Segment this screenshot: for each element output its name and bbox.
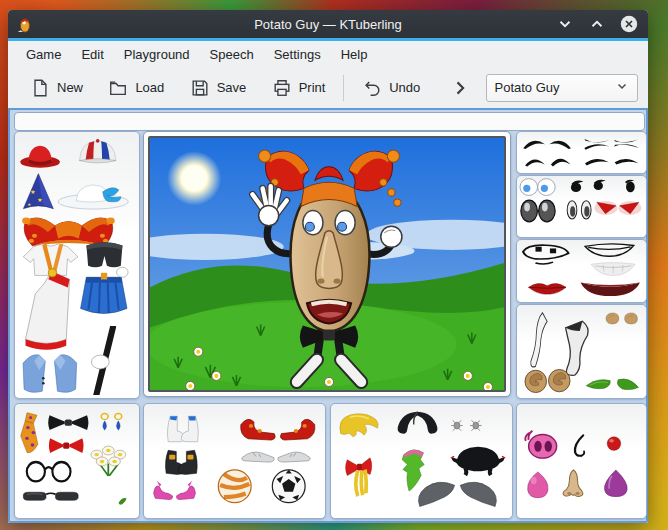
app-icon xyxy=(16,15,34,33)
sticker-mustache-gray[interactable] xyxy=(414,477,501,512)
sticker-mouth-widegrin[interactable] xyxy=(583,241,636,259)
sticker-nose-pink-egg[interactable] xyxy=(523,470,553,500)
sticker-wig-blonde[interactable] xyxy=(336,411,383,438)
menubar: GameEditPlaygroundSpeechSettingsHelp xyxy=(8,41,648,67)
maximize-icon[interactable] xyxy=(588,15,606,33)
white-fist-right[interactable] xyxy=(381,226,402,247)
new-button[interactable]: New xyxy=(22,72,91,104)
sticker-sun-hat[interactable] xyxy=(56,177,130,212)
sticker-mouth-teeth[interactable] xyxy=(588,261,638,277)
sticker-eyes-red-triangle[interactable] xyxy=(594,197,642,217)
ears-noses-box xyxy=(516,304,647,399)
sticker-tie-orange[interactable] xyxy=(17,411,44,457)
sticker-brows-crossed[interactable] xyxy=(582,135,641,151)
sticker-brows-round[interactable] xyxy=(522,153,574,169)
print-button[interactable]: Print xyxy=(264,72,334,104)
undo-button[interactable]: Undo xyxy=(354,72,428,104)
toolbar-overflow-icon xyxy=(450,78,470,98)
print-label: Print xyxy=(299,80,326,95)
undo-icon xyxy=(362,78,382,98)
sticker-brows-wavy[interactable] xyxy=(582,154,641,168)
sticker-braids-black[interactable] xyxy=(450,443,506,476)
sticker-brows-arched[interactable] xyxy=(520,135,574,151)
sticker-nose-red-ball[interactable] xyxy=(603,435,625,452)
sticker-glasses-round[interactable] xyxy=(22,458,75,483)
save-button[interactable]: Save xyxy=(182,72,255,104)
menu-help[interactable]: Help xyxy=(331,44,378,65)
hats-clothes-box: ★★★ xyxy=(14,131,140,399)
sticker-boots-black[interactable] xyxy=(155,447,206,477)
playground-selector[interactable]: Potato Guy xyxy=(486,74,638,102)
sticker-blue-skirt[interactable] xyxy=(79,265,129,324)
sticker-nose-white-1[interactable] xyxy=(527,309,550,371)
undo-label: Undo xyxy=(389,80,420,95)
menu-playground[interactable]: Playground xyxy=(114,44,200,65)
sticker-eyes-comma[interactable] xyxy=(563,178,609,195)
svg-text:★: ★ xyxy=(37,197,42,203)
titlebar[interactable]: Potato Guy — KTuberling xyxy=(8,10,648,38)
sticker-sprig-green[interactable] xyxy=(117,493,128,507)
sticker-wizard-hat[interactable]: ★★★ xyxy=(21,172,56,212)
hair-box xyxy=(330,403,513,519)
menu-game[interactable]: Game xyxy=(16,44,71,65)
sticker-sneakers-gray[interactable] xyxy=(238,445,314,466)
playground-selector-value: Potato Guy xyxy=(495,80,560,95)
new-label: New xyxy=(57,80,83,95)
close-icon[interactable] xyxy=(620,15,638,33)
sticker-nose-purple[interactable] xyxy=(601,468,631,498)
sticker-boots-white[interactable] xyxy=(155,413,206,445)
sticker-ears-green[interactable] xyxy=(584,373,641,392)
sticker-wig-black[interactable] xyxy=(394,409,441,436)
svg-text:★: ★ xyxy=(30,189,35,195)
sticker-shoes-jester[interactable] xyxy=(238,413,318,443)
sticker-flower-bouquet[interactable] xyxy=(86,443,131,477)
menu-settings[interactable]: Settings xyxy=(264,44,331,65)
sticker-spiders[interactable] xyxy=(449,417,485,434)
minimize-icon[interactable] xyxy=(556,15,574,33)
game-area: ★★★ xyxy=(8,108,648,523)
sticker-ball-beach[interactable] xyxy=(213,468,256,504)
sticker-eyes-oval-dark[interactable] xyxy=(518,197,559,223)
save-label: Save xyxy=(217,80,247,95)
playground[interactable] xyxy=(143,131,511,397)
sticker-ears-small-brown[interactable] xyxy=(603,311,640,326)
sticker-mouth-dark-smile[interactable] xyxy=(578,279,643,297)
sticker-nose-tan[interactable] xyxy=(558,468,589,501)
eyes-box xyxy=(516,175,647,238)
sticker-striped-cap[interactable] xyxy=(76,137,119,166)
sticker-mouth-red-lips[interactable] xyxy=(526,279,569,296)
sticker-eyes-blue[interactable] xyxy=(518,177,558,197)
sticker-nose-hook-black[interactable] xyxy=(566,433,593,460)
playground-scene[interactable] xyxy=(148,136,506,392)
toolbar: New Load Save Print Undo xyxy=(8,67,648,108)
accessories-box xyxy=(14,403,140,519)
save-floppy-icon xyxy=(190,78,210,98)
sticker-black-cane[interactable] xyxy=(84,326,125,395)
shoes-box xyxy=(143,403,326,519)
sticker-sunglasses[interactable] xyxy=(21,490,81,503)
mouths-box xyxy=(516,239,647,303)
sticker-ball-soccer[interactable] xyxy=(267,468,310,504)
sticker-mouth-toothy[interactable] xyxy=(520,242,572,266)
toolbar-overflow-button[interactable] xyxy=(446,72,474,104)
menu-edit[interactable]: Edit xyxy=(71,44,113,65)
sticker-blue-jacket[interactable] xyxy=(17,350,83,395)
sticker-bow-pigtail[interactable] xyxy=(344,450,377,499)
sticker-eyes-oval-small[interactable] xyxy=(563,198,595,222)
menu-speech[interactable]: Speech xyxy=(200,44,264,65)
top-strip xyxy=(14,112,645,131)
sticker-bowtie-red[interactable] xyxy=(47,436,85,455)
sticker-ears-brown[interactable] xyxy=(523,368,572,394)
noses-box xyxy=(516,403,647,519)
print-icon xyxy=(272,78,292,98)
load-button[interactable]: Load xyxy=(100,72,172,104)
sticker-white-robe[interactable] xyxy=(19,268,76,353)
sticker-bowtie-black[interactable] xyxy=(46,413,91,432)
sticker-shoes-pink[interactable] xyxy=(151,477,198,502)
toolbar-separator xyxy=(343,75,344,101)
sticker-eye-dot[interactable] xyxy=(621,177,638,193)
sticker-earrings[interactable] xyxy=(96,411,127,438)
sticker-red-hat[interactable] xyxy=(19,140,61,169)
combo-chevron-icon xyxy=(615,79,629,96)
sticker-pig-snout[interactable] xyxy=(523,429,560,461)
